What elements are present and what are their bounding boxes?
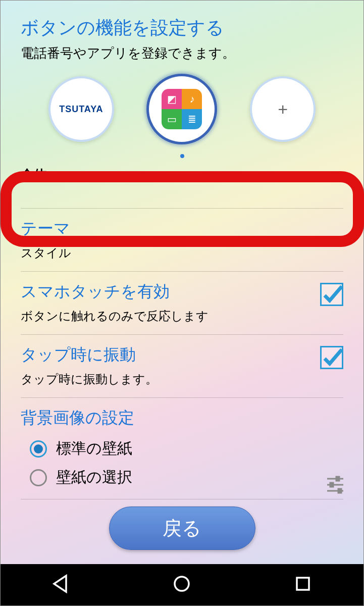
android-navbar (1, 564, 363, 605)
radio-option-default-label: 標準の壁紙 (56, 438, 132, 459)
svg-rect-1 (336, 477, 339, 481)
row-background: 背景画像の設定 標準の壁紙 壁紙の選択 (21, 397, 343, 499)
check-icon (322, 347, 342, 368)
row-touch-title: スマホタッチを有効 (21, 281, 343, 303)
svg-rect-5 (338, 489, 341, 493)
tile-doc-icon: ≣ (182, 109, 202, 129)
row-vibrate-subtitle: タップ時に振動します。 (21, 371, 343, 387)
section-label: 全体 (21, 166, 343, 184)
shortcut-slot-2[interactable]: ◩ ♪ ▭ ≣ (149, 76, 215, 142)
app-tiles-icon: ◩ ♪ ▭ ≣ (162, 89, 202, 129)
plus-icon: + (278, 99, 288, 119)
check-icon (322, 284, 342, 305)
background-radio-group: 標準の壁紙 壁紙の選択 (21, 434, 343, 492)
checkbox-touch[interactable] (320, 283, 343, 306)
svg-point-7 (175, 577, 189, 591)
checkbox-vibrate[interactable] (320, 346, 343, 369)
svg-rect-8 (297, 578, 309, 590)
radio-option-default[interactable]: 標準の壁紙 (21, 434, 343, 463)
row-touch-subtitle: ボタンに触れるのみで反応します (21, 308, 343, 324)
page-indicator (21, 151, 343, 160)
nav-back-icon[interactable] (50, 573, 72, 597)
radio-checked-icon (30, 440, 47, 458)
back-button[interactable]: 戻る (109, 507, 255, 550)
shortcut-slot-3-add[interactable]: + (250, 76, 316, 142)
svg-marker-6 (54, 576, 66, 592)
sliders-icon[interactable] (324, 473, 346, 497)
shortcut-slot-1[interactable]: TSUTAYA (48, 76, 114, 142)
radio-unchecked-icon (30, 469, 47, 486)
nav-home-icon[interactable] (171, 573, 193, 597)
row-background-title: 背景画像の設定 (21, 407, 343, 429)
page-subtitle: 電話番号やアプリを登録できます。 (21, 44, 343, 62)
shortcut-1-label: TSUTAYA (59, 104, 103, 115)
back-button-label: 戻る (163, 516, 201, 541)
shortcut-row: TSUTAYA ◩ ♪ ▭ ≣ + (21, 76, 343, 142)
tile-music-icon: ♪ (182, 89, 202, 109)
nav-recent-icon[interactable] (292, 573, 314, 597)
svg-rect-3 (330, 483, 333, 487)
settings-list: テーマ スタイル スマホタッチを有効 ボタンに触れるのみで反応します タップ時に… (21, 208, 343, 499)
indicator-dot (180, 154, 184, 158)
tile-photo-icon: ◩ (162, 89, 182, 109)
radio-option-select[interactable]: 壁紙の選択 (21, 463, 343, 492)
content-area: ボタンの機能を設定する 電話番号やアプリを登録できます。 TSUTAYA ◩ ♪… (1, 1, 363, 499)
row-touch[interactable]: スマホタッチを有効 ボタンに触れるのみで反応します (21, 271, 343, 334)
tile-folder-icon: ▭ (162, 109, 182, 129)
settings-screen: ボタンの機能を設定する 電話番号やアプリを登録できます。 TSUTAYA ◩ ♪… (0, 0, 364, 606)
row-vibrate-title: タップ時に振動 (21, 344, 343, 366)
row-vibrate[interactable]: タップ時に振動 タップ時に振動します。 (21, 334, 343, 397)
radio-option-select-label: 壁紙の選択 (56, 467, 132, 488)
row-theme[interactable]: テーマ スタイル (21, 208, 343, 271)
row-theme-title: テーマ (21, 218, 343, 240)
page-title: ボタンの機能を設定する (21, 16, 343, 40)
row-theme-subtitle: スタイル (21, 245, 343, 261)
